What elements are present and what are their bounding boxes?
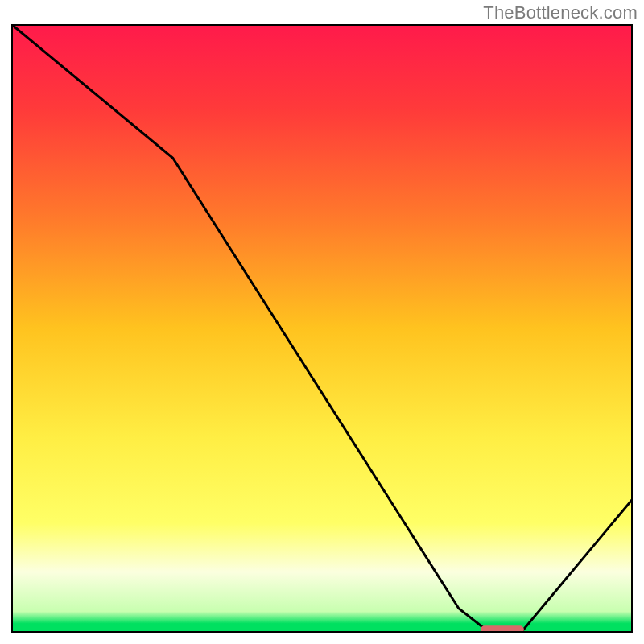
plot-area: [11, 24, 633, 633]
chart-frame: TheBottleneck.com: [0, 0, 644, 644]
chart-svg: [11, 24, 633, 633]
attribution-label: TheBottleneck.com: [483, 2, 638, 23]
gradient-background: [11, 24, 633, 633]
